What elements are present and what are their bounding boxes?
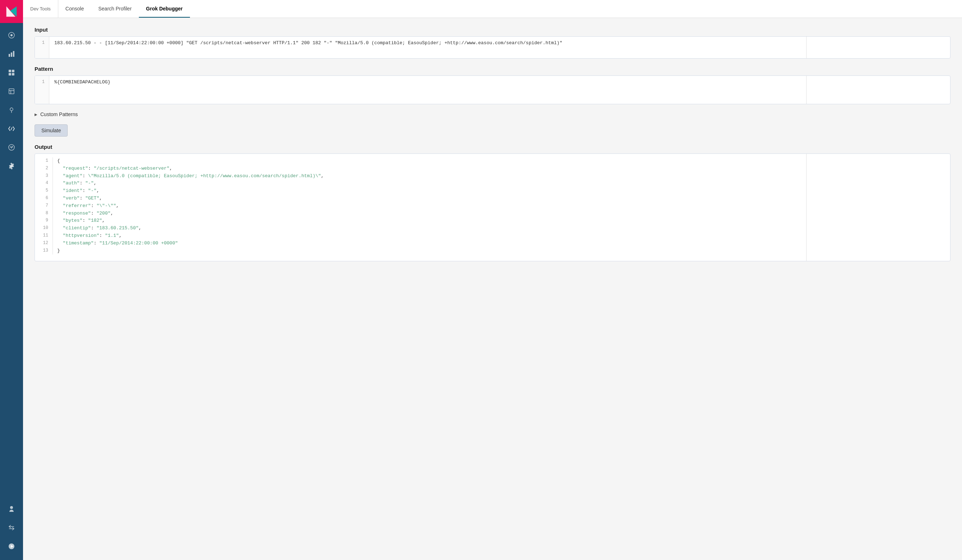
pattern-field[interactable]: %{COMBINEDAPACHELOG}	[49, 76, 806, 104]
output-line-2: 2 "request": "/scripts/netcat-webserver"…	[35, 165, 806, 172]
input-field[interactable]: 183.60.215.50 - - [11/Sep/2014:22:00:00 …	[49, 37, 806, 58]
output-line-4: 4 "auth": "-",	[35, 180, 806, 187]
output-line-9: 9 "bytes": "182",	[35, 217, 806, 225]
tab-grok-debugger[interactable]: Grok Debugger	[139, 0, 190, 18]
svg-point-3	[10, 34, 13, 36]
top-nav: Dev Tools Console Search Profiler Grok D…	[23, 0, 962, 18]
svg-rect-4	[9, 54, 10, 57]
output-line-5: 5 "ident": "-",	[35, 187, 806, 195]
sidebar	[0, 0, 23, 560]
svg-point-14	[10, 108, 13, 111]
devtools-icon[interactable]	[3, 120, 20, 137]
input-right-panel	[806, 37, 950, 58]
canvas-icon[interactable]	[3, 83, 20, 100]
import-export-icon[interactable]	[3, 519, 20, 536]
pattern-wrapper: 1 %{COMBINEDAPACHELOG}	[34, 76, 951, 104]
custom-patterns-arrow: ▶	[34, 113, 37, 116]
input-wrapper: 1 183.60.215.50 - - [11/Sep/2014:22:00:0…	[34, 36, 951, 59]
output-line-7: 7 "referrer": "\"-\"",	[35, 202, 806, 210]
svg-rect-8	[12, 70, 15, 72]
svg-rect-9	[9, 73, 11, 76]
svg-rect-11	[9, 89, 14, 94]
monitoring-icon[interactable]	[3, 139, 20, 156]
discover-icon[interactable]	[3, 27, 20, 44]
tab-search-profiler[interactable]: Search Profiler	[91, 0, 139, 18]
output-line-8: 8 "response": "200",	[35, 210, 806, 217]
output-line-11: 11 "httpversion": "1.1",	[35, 232, 806, 240]
output-line-6: 6 "verb": "GET",	[35, 195, 806, 202]
settings-icon[interactable]	[3, 158, 20, 175]
tab-console[interactable]: Console	[58, 0, 91, 18]
app-title: Dev Tools	[23, 0, 58, 18]
output-label: Output	[34, 144, 951, 150]
custom-patterns-row[interactable]: ▶ Custom Patterns	[34, 111, 951, 117]
main-content: Dev Tools Console Search Profiler Grok D…	[23, 0, 962, 560]
svg-rect-6	[13, 51, 15, 57]
output-left: 1 { 2 "request": "/scripts/netcat-webser…	[35, 154, 806, 261]
pattern-gutter: 1	[35, 76, 49, 104]
pattern-label: Pattern	[34, 66, 951, 72]
output-line-12: 12 "timestamp": "11/Sep/2014:22:00:00 +0…	[35, 240, 806, 247]
kibana-logo[interactable]	[0, 0, 23, 23]
input-label: Input	[34, 27, 951, 33]
output-right-panel	[806, 154, 950, 261]
output-code-block: 1 { 2 "request": "/scripts/netcat-webser…	[35, 154, 806, 261]
output-line-10: 10 "clientip": "183.60.215.50",	[35, 225, 806, 232]
svg-rect-7	[9, 70, 11, 72]
svg-line-15	[11, 127, 12, 130]
output-line-3: 3 "agent": \"Mozilla/5.0 (compatible; Ea…	[35, 172, 806, 180]
sidebar-bottom	[3, 500, 20, 560]
page-content: Input 1 183.60.215.50 - - [11/Sep/2014:2…	[23, 18, 962, 560]
play-icon[interactable]	[3, 538, 20, 555]
svg-rect-10	[12, 73, 15, 76]
output-line-13: 13 }	[35, 247, 806, 255]
custom-patterns-label: Custom Patterns	[40, 111, 78, 117]
nav-tabs: Console Search Profiler Grok Debugger	[58, 0, 190, 18]
visualize-icon[interactable]	[3, 45, 20, 63]
svg-rect-5	[11, 53, 12, 57]
maps-icon[interactable]	[3, 101, 20, 119]
dashboard-icon[interactable]	[3, 64, 20, 81]
input-gutter: 1	[35, 37, 49, 58]
user-icon[interactable]	[3, 500, 20, 518]
output-wrapper: 1 { 2 "request": "/scripts/netcat-webser…	[34, 153, 951, 261]
output-line-1: 1 {	[35, 158, 806, 165]
pattern-right-panel	[806, 76, 950, 104]
simulate-button[interactable]: Simulate	[34, 124, 68, 137]
